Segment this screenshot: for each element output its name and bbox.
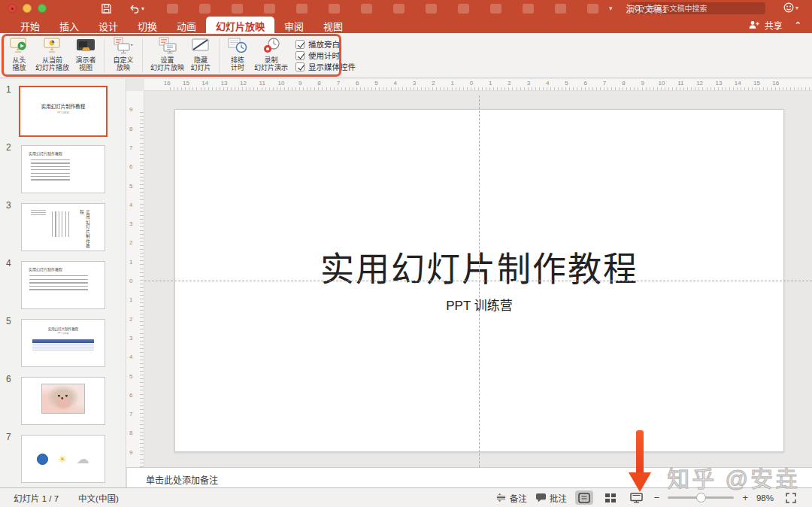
slide-subtitle-text[interactable]: PPT 训练营 <box>175 295 783 314</box>
fit-to-window-icon <box>786 493 796 503</box>
tab-review[interactable]: 审阅 <box>274 17 314 33</box>
ribbon-group-separator <box>142 38 143 73</box>
zoom-out-button[interactable]: − <box>654 493 660 502</box>
thumb-subtitle: PPT 训练营 <box>20 111 106 114</box>
powerpoint-window: ▾ ▾ 演示文稿1 ▾ ▾ <box>0 0 812 507</box>
comments-toggle-button[interactable]: 批注 <box>535 492 567 504</box>
slide-thumbnail-3[interactable]: 实用幻灯片制作教程 <box>21 203 105 251</box>
search-scope-caret-icon[interactable]: ▾ <box>642 5 645 11</box>
ribbon: 从头播放 从当前幻灯片播放 演示者视图 自定义放映 设置幻灯片放映 <box>0 33 812 78</box>
toolbar-overflow-caret-icon[interactable]: ▾ <box>609 5 613 12</box>
hide-slide-icon <box>190 37 211 55</box>
tab-slide-show[interactable]: 幻灯片放映 <box>206 17 274 33</box>
hide-slide-button[interactable]: 隐藏幻灯片 <box>187 35 214 76</box>
sun-icon: ☀ <box>58 454 67 464</box>
disabled-tool-icon <box>555 4 566 14</box>
zoom-slider-knob[interactable] <box>696 493 706 502</box>
setup-show-button[interactable]: 设置幻灯片放映 <box>147 35 187 76</box>
play-from-start-icon <box>9 37 29 55</box>
slide-thumbnail-2[interactable]: 实用幻灯片制作教程 <box>21 145 105 193</box>
play-from-current-icon <box>42 37 62 55</box>
setup-show-icon <box>157 37 178 55</box>
minimize-window-button[interactable] <box>23 4 32 13</box>
slide-thumbnail-5[interactable]: 实用幻灯片制作教程 PPT 训练营 <box>21 319 105 367</box>
save-button[interactable] <box>98 3 115 14</box>
slide-sorter-view-button[interactable] <box>601 490 620 505</box>
disabled-tool-icon <box>587 4 598 14</box>
search-box[interactable]: ▾ <box>630 2 765 14</box>
slide-thumbnail-panel: 1 实用幻灯片制作教程 PPT 训练营 2 实用幻灯片制作教程 3 实用幻灯 <box>0 79 126 487</box>
undo-button[interactable]: ▾ <box>126 3 147 14</box>
collapse-ribbon-button[interactable]: ⌃ <box>795 20 801 30</box>
thumb-title: 实用幻灯片制作教程 <box>79 210 91 250</box>
checkbox-checked-icon <box>295 62 304 71</box>
checkbox-checked-icon <box>295 51 304 60</box>
zoom-window-button[interactable] <box>38 4 47 13</box>
disabled-tool-icon <box>264 4 275 14</box>
tab-animations[interactable]: 动画 <box>167 17 206 33</box>
dog-photo-placeholder <box>41 384 85 414</box>
slide-show-view-button[interactable] <box>628 490 646 505</box>
horizontal-ruler: 1615141312111098765432101234567891011121… <box>144 79 812 91</box>
zoom-in-button[interactable]: + <box>742 493 748 502</box>
ribbon-group-separator <box>104 38 105 73</box>
share-person-icon <box>748 20 760 29</box>
search-icon <box>634 5 642 13</box>
disabled-tool-icon <box>393 4 404 14</box>
normal-view-button[interactable] <box>575 490 593 505</box>
play-from-current-button[interactable]: 从当前幻灯片播放 <box>32 35 72 76</box>
rehearse-timings-button[interactable]: 排练计时 <box>224 35 251 76</box>
main-area: 1 实用幻灯片制作教程 PPT 训练营 2 实用幻灯片制作教程 3 实用幻灯 <box>0 79 812 487</box>
thumb-title: 实用幻灯片制作教程 <box>29 266 105 272</box>
slide-thumbnail-1[interactable]: 实用幻灯片制作教程 PPT 训练营 <box>19 86 108 137</box>
current-slide[interactable]: 实用幻灯片制作教程 PPT 训练营 <box>174 109 784 452</box>
thumb-title: 实用幻灯片制作教程 <box>22 326 105 331</box>
show-media-controls-checkbox[interactable]: 显示媒体控件 <box>295 61 356 72</box>
thumb-title: 实用幻灯片制作教程 <box>20 102 106 110</box>
notes-pane[interactable]: 单击此处添加备注 <box>126 467 812 487</box>
disabled-tool-icon <box>361 4 372 14</box>
slide-thumbnail-7[interactable]: ☀ ☁ <box>21 435 105 483</box>
close-window-button[interactable] <box>8 4 17 13</box>
slide-number: 1 <box>6 84 11 95</box>
zoom-percentage[interactable]: 98% <box>756 493 774 502</box>
disabled-tool-icon <box>296 4 308 14</box>
slide-counter[interactable]: 幻灯片 1 / 7 <box>14 492 59 504</box>
record-slide-show-icon <box>261 37 282 55</box>
use-timings-checkbox[interactable]: 使用计时 <box>295 50 356 61</box>
fit-slide-to-window-button[interactable] <box>782 490 800 505</box>
zoom-slider[interactable] <box>668 496 734 499</box>
slide-number: 4 <box>6 258 11 269</box>
text-line-placeholder <box>29 275 88 292</box>
search-input[interactable] <box>647 5 753 13</box>
custom-show-icon <box>112 37 135 55</box>
slide-number: 6 <box>6 374 11 384</box>
slide-title-text[interactable]: 实用幻灯片制作教程 <box>175 242 783 291</box>
tab-design[interactable]: 设计 <box>89 17 128 33</box>
thumb-title: 实用幻灯片制作教程 <box>29 150 105 156</box>
record-slide-show-button[interactable]: 录制幻灯片演示 <box>251 35 291 76</box>
tab-view[interactable]: 视图 <box>314 17 353 33</box>
tab-home[interactable]: 开始 <box>11 17 50 33</box>
tab-transitions[interactable]: 切换 <box>128 17 167 33</box>
thumb-subtitle: PPT 训练营 <box>22 332 105 335</box>
save-icon <box>101 3 112 14</box>
slide-thumbnail-4[interactable]: 实用幻灯片制作教程 <box>21 261 105 309</box>
tab-insert[interactable]: 插入 <box>50 17 89 33</box>
play-narrations-checkbox[interactable]: 播放旁白 <box>295 38 356 50</box>
play-from-start-button[interactable]: 从头播放 <box>6 35 32 76</box>
presenter-view-button[interactable]: 演示者视图 <box>72 35 99 76</box>
text-line-placeholder <box>52 211 71 237</box>
text-line-placeholder <box>31 210 46 216</box>
slide-thumbnail-6[interactable] <box>21 377 105 425</box>
disabled-tool-icon <box>458 4 469 14</box>
disabled-tool-icon <box>329 4 340 14</box>
undo-icon <box>129 3 140 14</box>
language-indicator[interactable]: 中文(中国) <box>78 492 119 504</box>
share-button[interactable]: 共享 <box>765 19 783 32</box>
disabled-tool-icon <box>426 4 437 14</box>
feedback-smiley-button[interactable]: ▾ <box>780 2 801 13</box>
custom-show-button[interactable]: 自定义放映 <box>109 35 138 76</box>
notes-toggle-button[interactable]: 备注 <box>495 492 527 504</box>
notes-icon <box>495 493 507 502</box>
